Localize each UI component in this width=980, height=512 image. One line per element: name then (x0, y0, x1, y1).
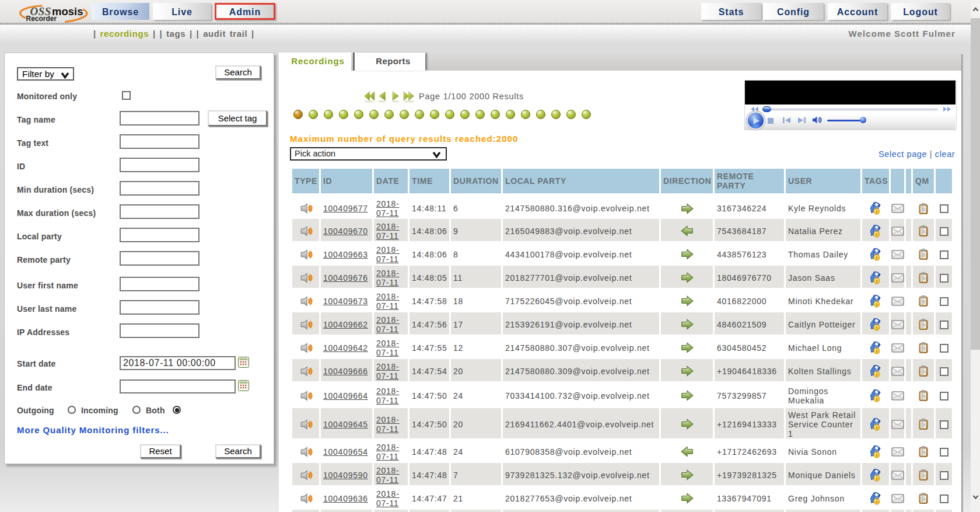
svg-text:Recorder: Recorder (26, 15, 57, 23)
